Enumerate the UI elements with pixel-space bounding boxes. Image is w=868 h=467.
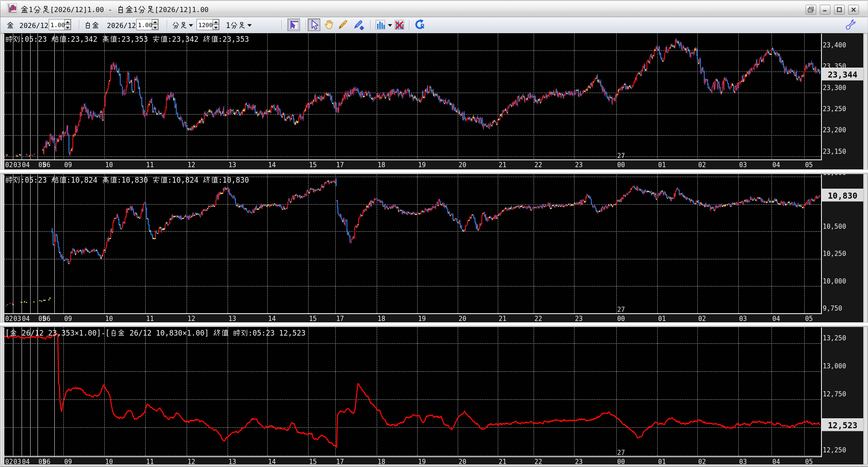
bar-period-dropdown[interactable]: 1 [226, 21, 246, 30]
bar-chart-tool-button[interactable] [374, 19, 387, 31]
spread-date-marker: 27 [617, 449, 625, 457]
x-tick-label: 17 [336, 161, 344, 169]
spin-up-icon [214, 21, 218, 23]
bar-chart-icon [374, 19, 387, 31]
spread-chart-canvas[interactable] [3, 327, 863, 464]
wrench-icon [844, 19, 856, 31]
maximize-button[interactable] [834, 5, 845, 15]
wrench-settings-icon[interactable] [844, 19, 857, 31]
close-button[interactable] [848, 5, 859, 15]
x-tick-label: 20 [459, 161, 466, 169]
chart-cursor-tool-button[interactable] [287, 19, 300, 31]
x-tick-label: 11 [146, 161, 154, 169]
gold-chart-canvas[interactable] [3, 33, 863, 169]
y-tick-label: 11,000 [823, 174, 846, 177]
select-arrow-tool-button[interactable] [308, 19, 320, 31]
platinum-chart-panel[interactable]: :05:23 :10,824 :10,830 :10,824 :10,830 0… [3, 174, 863, 322]
x-tick-label: 13 [228, 315, 236, 322]
bar-count-spinner[interactable]: 1200 [197, 19, 219, 30]
x-tick-label: 04 [772, 161, 780, 169]
spinner-value[interactable]: 1200 [198, 22, 213, 28]
gold-date-marker: 27 [617, 152, 625, 160]
platinum-chart-canvas[interactable] [3, 174, 863, 322]
panel-splitter[interactable] [0, 169, 868, 174]
x-tick-label: 00 [617, 458, 625, 464]
spin-down-button[interactable] [152, 25, 158, 30]
window-title: 1[2026/12]1.00 - 1[2026/12]1.00 [20, 6, 208, 14]
instrument2-month: 2026/12 [107, 22, 136, 30]
spin-up-button[interactable] [212, 19, 219, 25]
x-tick-label: 03 [739, 315, 747, 322]
x-tick-label: 10 [105, 315, 113, 322]
dropdown-arrow-icon[interactable] [247, 24, 252, 27]
x-tick-label: 05 [805, 161, 813, 169]
bar-mode-dropdown[interactable] [172, 21, 187, 30]
cascade-windows-button[interactable] [806, 5, 816, 15]
spin-down-button[interactable] [212, 25, 219, 30]
y-tick-label: 13,250 [823, 334, 846, 342]
window-buttons [806, 5, 859, 15]
x-tick-label: 14 [268, 458, 276, 464]
x-tick-label: 22 [534, 458, 542, 464]
spin-up-button[interactable] [152, 19, 158, 25]
x-tick-label: 11 [146, 458, 154, 464]
toolbar-separator [167, 20, 168, 30]
dropdown-arrow-icon[interactable] [388, 24, 392, 27]
minimize-button[interactable] [820, 5, 831, 15]
x-tick-label: 02 [698, 161, 706, 169]
panel-splitter[interactable] [0, 322, 868, 327]
x-tick-label: 01 [658, 315, 666, 322]
pen-marker-tool-button[interactable] [353, 19, 365, 31]
spin-down-button[interactable] [64, 25, 71, 30]
x-tick-label: 04 [22, 458, 30, 464]
x-tick-label: 18 [378, 161, 385, 169]
x-tick-label: 18 [378, 458, 385, 464]
spin-up-button[interactable] [64, 19, 71, 25]
toolbar-separator [370, 20, 371, 30]
x-tick-label: 22 [534, 315, 542, 322]
x-tick-label: 15 [309, 161, 317, 169]
instrument1-label [6, 21, 14, 30]
x-tick-label: 04 [772, 458, 780, 464]
instrument2-ratio-spinner[interactable]: 1.00 [136, 19, 159, 30]
x-tick-label: 03 [13, 458, 21, 464]
instrument1-month: 2026/12 [19, 22, 48, 30]
spread-chart-panel[interactable]: [ 26/12 23,353×1.00]-[ 26/12 10,830×1.00… [3, 327, 863, 464]
toolbar: 2026/12 1.00 2026/12 1.00 1200 1 [0, 17, 868, 34]
y-tick-label: 12,250 [823, 446, 846, 454]
reload-r-tool-button[interactable] [414, 19, 426, 31]
x-tick-label: 12 [187, 161, 195, 169]
title-bar[interactable]: 1[2026/12]1.00 - 1[2026/12]1.00 [0, 1, 868, 17]
instrument1-ratio-spinner[interactable]: 1.00 [49, 19, 71, 30]
x-tick-label: 05 [805, 458, 813, 464]
x-tick-label: 17 [336, 458, 344, 464]
candlestick-mini-chart-icon [7, 3, 17, 14]
window-frame-bottom[interactable] [0, 464, 868, 467]
maximize-icon [836, 7, 843, 12]
gold-chart-panel[interactable]: :05:23 :23,342 :23,353 :23,342 :23,353 0… [3, 33, 863, 169]
x-tick-label: 17 [336, 315, 344, 322]
spin-down-icon [66, 27, 69, 29]
x-tick-label: 19 [418, 161, 426, 169]
application-window: 1[2026/12]1.00 - 1[2026/12]1.00 2026/12 [0, 0, 868, 467]
spinner-value[interactable]: 1.00 [138, 22, 153, 28]
hide-bars-tool-button[interactable] [393, 19, 406, 31]
x-tick-label: 02 [5, 315, 13, 322]
dropdown-arrow-icon[interactable] [189, 24, 193, 27]
x-tick-label: 13 [228, 458, 236, 464]
hand-pan-icon [322, 19, 334, 30]
x-tick-label: 14 [268, 315, 276, 322]
y-tick-label: 23,250 [823, 105, 846, 113]
x-tick-label: 04 [22, 161, 30, 169]
x-tick-label: 18 [378, 315, 385, 322]
spinner-value[interactable]: 1.00 [50, 22, 65, 28]
x-tick-label: 21 [499, 315, 506, 322]
spin-down-icon [214, 27, 218, 29]
window-frame-right[interactable] [863, 1, 868, 464]
platinum-chart-info: :05:23 :10,824 :10,830 :10,824 :10,830 [5, 176, 249, 185]
y-tick-label: 23,400 [823, 41, 846, 49]
x-tick-label: 23 [575, 161, 583, 169]
pencil-draw-tool-button[interactable] [337, 19, 349, 31]
pencil-icon [337, 19, 349, 31]
hand-pan-tool-button[interactable] [322, 19, 335, 31]
